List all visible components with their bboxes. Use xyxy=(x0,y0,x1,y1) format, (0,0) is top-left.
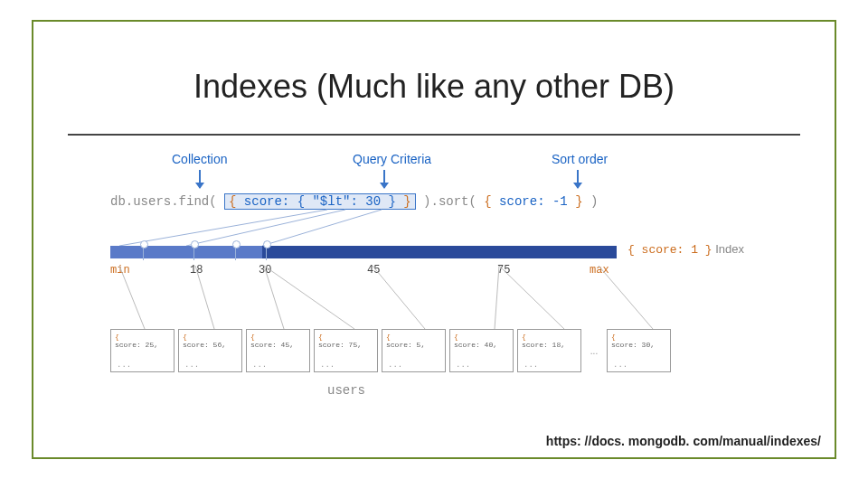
query-criteria-highlight: { score: { "$lt": 30 } } xyxy=(224,193,416,210)
document-box: {score: 56,... xyxy=(178,329,242,372)
code-text: score: -1 xyxy=(492,194,575,209)
document-box: {score: 40,... xyxy=(449,329,514,372)
title-divider xyxy=(68,134,800,136)
document-box: {score: 5,... xyxy=(382,329,446,372)
arrow-down-icon xyxy=(577,170,579,188)
query-code-line: db.users.find( { score: { "$lt": 30 } } … xyxy=(110,193,598,210)
index-bar-matched-range xyxy=(110,246,262,258)
index-diagram: Collection Query Criteria Sort order db.… xyxy=(110,152,761,405)
scale-max: max xyxy=(590,264,609,277)
document-box: {score: 30,... xyxy=(607,329,671,372)
connector-lines-top xyxy=(110,206,617,251)
scale-value: 18 xyxy=(190,264,203,277)
document-box: {score: 45,... xyxy=(246,329,310,372)
code-brace: } xyxy=(575,194,582,209)
svg-line-7 xyxy=(373,266,425,329)
label-collection: Collection xyxy=(172,152,227,166)
documents-row: {score: 25,... {score: 56,... {score: 45… xyxy=(110,329,671,372)
index-spec-code: { score: 1 } xyxy=(627,243,712,257)
index-word: Index xyxy=(712,242,744,256)
index-tick-icon xyxy=(143,244,144,260)
index-tick-icon xyxy=(266,244,267,260)
svg-line-2 xyxy=(262,210,382,246)
document-box: {score: 18,... xyxy=(517,329,581,372)
code-text: ).sort( xyxy=(416,194,485,209)
svg-line-6 xyxy=(264,266,354,329)
label-query-criteria: Query Criteria xyxy=(353,152,431,166)
collection-name-label: users xyxy=(327,383,365,398)
code-brace: } xyxy=(403,194,410,209)
index-tick-icon xyxy=(235,244,236,260)
source-url: https: //docs. mongodb. com/manual/index… xyxy=(546,434,821,448)
scale-min: min xyxy=(110,264,130,277)
code-text: db.users.find( xyxy=(110,194,224,209)
document-gap-ellipsis: ... xyxy=(585,329,603,372)
scale-value: 45 xyxy=(367,264,380,277)
scale-value: 75 xyxy=(497,264,510,277)
scale-value: 30 xyxy=(259,264,271,277)
arrow-down-icon xyxy=(199,170,201,188)
document-box: {score: 75,... xyxy=(314,329,378,372)
document-box: {score: 25,... xyxy=(110,329,175,372)
slide-title: Indexes (Much like any other DB) xyxy=(0,68,868,106)
index-spec-label: { score: 1 } Index xyxy=(627,242,744,257)
code-text: score: { "$lt": 30 } xyxy=(236,194,403,209)
arrow-down-icon xyxy=(383,170,385,188)
svg-line-0 xyxy=(119,210,327,246)
code-brace: { xyxy=(484,194,491,209)
code-text: ) xyxy=(583,194,599,209)
label-sort-order: Sort order xyxy=(552,152,608,166)
index-tick-icon xyxy=(193,244,194,260)
